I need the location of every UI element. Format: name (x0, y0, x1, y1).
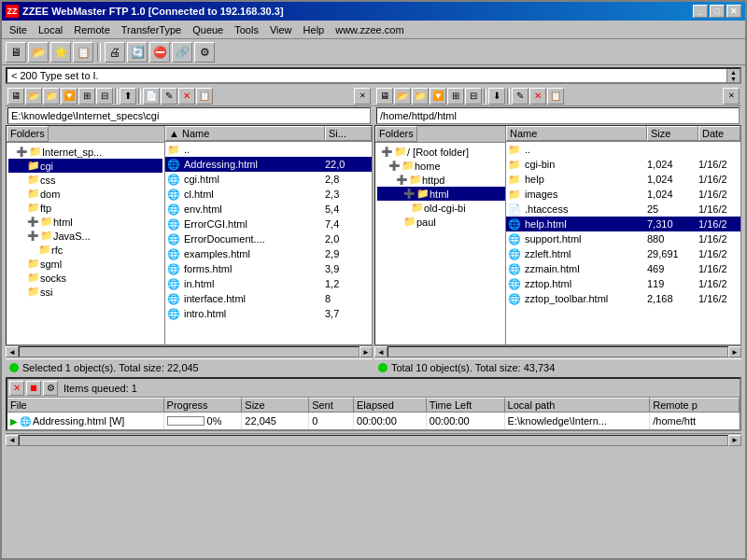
tb-stop-button[interactable]: ⛔ (149, 42, 170, 63)
right-date-col-header[interactable]: Date (698, 126, 740, 141)
right-name-col-header[interactable]: Name (506, 126, 647, 141)
tree-item-root[interactable]: ➕ 📁 / [Root folder] (377, 145, 506, 159)
menu-tools[interactable]: Tools (229, 22, 264, 37)
file-row[interactable]: 🌐 zztop_toolbar.html 2,168 1/16/2 (506, 291, 740, 306)
tree-item-cgi[interactable]: 📁 cgi (8, 159, 162, 173)
tree-item-dom[interactable]: 📁 dom (8, 187, 162, 201)
left-tb-open[interactable]: 📂 (25, 88, 42, 105)
left-tb-select-all[interactable]: ⊞ (78, 88, 95, 105)
left-tb-up[interactable]: ⬆ (120, 88, 136, 105)
log-scroll-down[interactable]: ▼ (727, 76, 740, 82)
file-row[interactable]: 📁 help 1,024 1/16/2 (506, 172, 740, 187)
menu-transfertype[interactable]: TransferType (116, 22, 187, 37)
file-row[interactable]: 🌐 env.html 5,4 (165, 202, 372, 217)
tree-item-css[interactable]: 📁 css (8, 173, 162, 187)
file-row[interactable]: 🌐 forms.html 3,9 (165, 261, 372, 276)
queue-col-header-progress[interactable]: Progress (164, 398, 243, 413)
right-tb-filter[interactable]: 🔽 (430, 88, 446, 105)
menu-view[interactable]: View (264, 22, 298, 37)
right-panel-close[interactable]: ✕ (723, 88, 740, 105)
tb-print-button[interactable]: 🖨 (105, 42, 125, 63)
menu-help[interactable]: Help (298, 22, 331, 37)
file-row[interactable]: 🌐 zzleft.html 29,691 1/16/2 (506, 246, 740, 261)
right-scroll-track[interactable] (388, 346, 728, 357)
tree-item-httpd[interactable]: ➕ 📁 httpd (377, 173, 506, 187)
file-row[interactable]: 🌐 support.html 880 1/16/2 (506, 231, 740, 246)
left-scroll-right[interactable]: ► (359, 346, 373, 357)
tree-item-socks[interactable]: 📁 socks (8, 271, 162, 285)
queue-play-icon[interactable]: ▶ (10, 416, 18, 427)
tree-item-internet[interactable]: ➕ 📁 Internet_sp... (8, 145, 162, 159)
right-tb-root[interactable]: 🖥 (376, 88, 393, 105)
bottom-scroll-left[interactable]: ◄ (6, 435, 19, 446)
menu-queue[interactable]: Queue (187, 22, 229, 37)
file-row[interactable]: 🌐 Addressing.html 22,0 (165, 157, 372, 172)
left-tb-root[interactable]: 🖥 (7, 88, 24, 105)
right-scroll-right[interactable]: ► (728, 346, 741, 357)
maximize-button[interactable]: □ (710, 5, 725, 18)
queue-col-header-localpath[interactable]: Local path (505, 398, 651, 413)
right-scroll-left[interactable]: ◄ (374, 346, 388, 357)
tb-disconnect-button[interactable]: ⚙ (194, 42, 215, 63)
left-name-col-header[interactable]: ▲ Name (165, 126, 325, 141)
file-row[interactable]: 🌐 intro.html 3,7 (165, 306, 372, 321)
file-row[interactable]: 🌐 zzmain.html 469 1/16/2 (506, 261, 740, 276)
log-scrollbar[interactable]: ▲ ▼ (726, 69, 740, 82)
close-button[interactable]: ✕ (726, 5, 741, 18)
file-row[interactable]: 🌐 examples.html 2,9 (165, 246, 372, 261)
queue-close-btn[interactable]: ✕ (9, 381, 24, 396)
right-tb-new-folder[interactable]: 📁 (412, 88, 429, 105)
file-row[interactable]: 📁 .. (165, 142, 372, 157)
left-scroll-track[interactable] (19, 346, 359, 357)
right-size-col-header[interactable]: Size (647, 126, 698, 141)
right-tb-open[interactable]: 📂 (394, 88, 411, 105)
queue-col-header-remotepath[interactable]: Remote p (650, 398, 740, 413)
tree-item-paul[interactable]: 📁 paul (377, 215, 506, 229)
bottom-scroll-right[interactable]: ► (728, 435, 741, 446)
right-tb-delete[interactable]: ✕ (529, 88, 546, 105)
menu-local[interactable]: Local (33, 22, 68, 37)
left-tb-new-folder[interactable]: 📁 (43, 88, 60, 105)
file-row[interactable]: 📁 images 1,024 1/16/2 (506, 187, 740, 202)
queue-settings-btn[interactable]: ⚙ (43, 381, 58, 396)
queue-col-header-elapsed[interactable]: Elapsed (354, 398, 427, 413)
tree-item-html[interactable]: ➕ 📁 html (8, 215, 162, 229)
tree-item-html-remote[interactable]: ➕ 📁 html (377, 187, 506, 201)
file-row[interactable]: 🌐 zztop.html 119 1/16/2 (506, 276, 740, 291)
right-tb-edit[interactable]: ✎ (512, 88, 529, 105)
queue-col-header-timeleft[interactable]: Time Left (427, 398, 505, 413)
tree-item-sgml[interactable]: 📁 sgml (8, 257, 162, 271)
minimize-button[interactable]: _ (693, 5, 708, 18)
tb-connect-button[interactable]: 🔗 (172, 42, 192, 63)
file-row[interactable]: 🌐 in.html 1,2 (165, 276, 372, 291)
file-row[interactable]: 🌐 help.html 7,310 1/16/2 (506, 217, 740, 231)
queue-col-header-file[interactable]: File (7, 398, 164, 413)
queue-col-header-size[interactable]: Size (242, 398, 309, 413)
tb-open-button[interactable]: 📂 (28, 42, 49, 63)
left-tb-edit[interactable]: ✎ (161, 88, 177, 105)
left-panel-close[interactable]: ✕ (354, 88, 371, 105)
tree-item-ftp[interactable]: 📁 ftp (8, 201, 162, 215)
file-row[interactable]: 🌐 ErrorDocument.... 2,0 (165, 231, 372, 246)
left-scroll-left[interactable]: ◄ (6, 346, 19, 357)
file-row[interactable]: 🌐 interface.html 8 (165, 291, 372, 306)
left-tb-new[interactable]: 📄 (143, 88, 160, 105)
tree-item-ssi[interactable]: 📁 ssi (8, 285, 162, 299)
left-tb-rename[interactable]: 📋 (196, 88, 213, 105)
right-tb-deselect[interactable]: ⊟ (465, 88, 482, 105)
file-row[interactable]: 🌐 cgi.html 2,8 (165, 172, 372, 187)
tree-item-rfc[interactable]: 📁 rfc (8, 243, 162, 257)
log-scroll-up[interactable]: ▲ (727, 69, 740, 76)
queue-row[interactable]: ▶ 🌐 Addressing.html [W] 0% 22,04 (7, 413, 740, 429)
file-row[interactable]: 🌐 ErrorCGI.html 7,4 (165, 217, 372, 231)
right-tb-down[interactable]: ⬇ (488, 88, 505, 105)
menu-remote[interactable]: Remote (68, 22, 116, 37)
left-tb-deselect[interactable]: ⊟ (96, 88, 113, 105)
bottom-scroll-track[interactable] (19, 435, 728, 446)
menu-website[interactable]: www.zzee.com (330, 22, 409, 37)
menu-site[interactable]: Site (4, 22, 33, 37)
tb-new-button[interactable]: 🖥 (6, 42, 26, 63)
file-row[interactable]: 📁 cgi-bin 1,024 1/16/2 (506, 157, 740, 172)
tb-bookmark-button[interactable]: ⭐ (50, 42, 71, 63)
queue-col-header-sent[interactable]: Sent (309, 398, 354, 413)
